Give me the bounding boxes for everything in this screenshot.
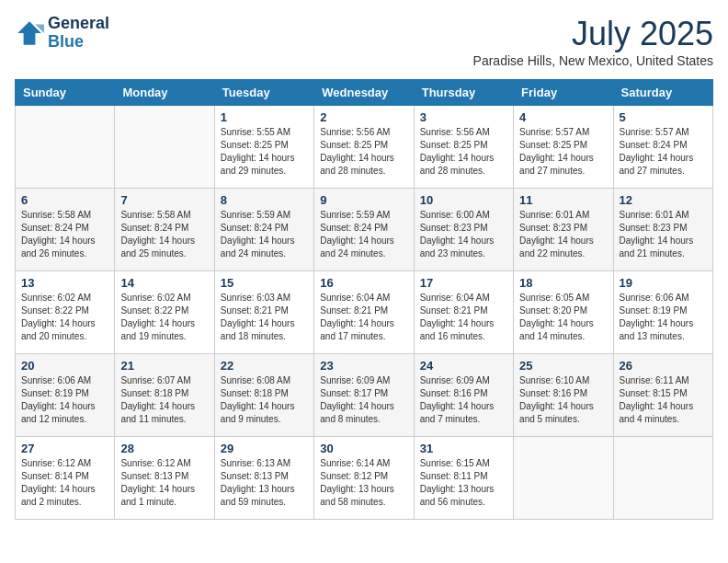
logo: GeneralBlue — [15, 15, 109, 52]
calendar-cell: 11Sunrise: 6:01 AM Sunset: 8:23 PM Dayli… — [514, 189, 613, 271]
day-info: Sunrise: 6:04 AM Sunset: 8:21 PM Dayligh… — [420, 292, 507, 343]
calendar-cell: 5Sunrise: 5:57 AM Sunset: 8:24 PM Daylig… — [613, 106, 712, 189]
day-info: Sunrise: 5:55 AM Sunset: 8:25 PM Dayligh… — [221, 126, 308, 178]
day-number: 15 — [221, 276, 308, 290]
day-info: Sunrise: 6:08 AM Sunset: 8:18 PM Dayligh… — [221, 374, 308, 426]
calendar-cell: 31Sunrise: 6:15 AM Sunset: 8:11 PM Dayli… — [414, 437, 513, 520]
calendar-cell: 10Sunrise: 6:00 AM Sunset: 8:23 PM Dayli… — [414, 189, 513, 271]
calendar-table: SundayMondayTuesdayWednesdayThursdayFrid… — [15, 79, 713, 520]
day-number: 9 — [320, 193, 407, 207]
day-info: Sunrise: 5:58 AM Sunset: 8:24 PM Dayligh… — [21, 209, 108, 260]
day-info: Sunrise: 5:57 AM Sunset: 8:24 PM Dayligh… — [620, 126, 707, 178]
header-friday: Friday — [514, 80, 613, 106]
calendar-week-1: 1Sunrise: 5:55 AM Sunset: 8:25 PM Daylig… — [16, 106, 713, 189]
header-wednesday: Wednesday — [314, 80, 414, 106]
calendar-cell: 22Sunrise: 6:08 AM Sunset: 8:18 PM Dayli… — [214, 354, 313, 437]
day-number: 1 — [221, 110, 308, 124]
day-number: 23 — [320, 359, 407, 373]
calendar-cell: 18Sunrise: 6:05 AM Sunset: 8:20 PM Dayli… — [514, 271, 613, 354]
day-info: Sunrise: 6:00 AM Sunset: 8:23 PM Dayligh… — [420, 209, 507, 260]
day-number: 18 — [519, 276, 607, 290]
calendar-cell: 26Sunrise: 6:11 AM Sunset: 8:15 PM Dayli… — [613, 354, 712, 437]
calendar-cell: 27Sunrise: 6:12 AM Sunset: 8:14 PM Dayli… — [16, 437, 115, 520]
day-number: 26 — [620, 359, 707, 373]
header-sunday: Sunday — [16, 80, 115, 106]
day-info: Sunrise: 6:05 AM Sunset: 8:20 PM Dayligh… — [519, 292, 607, 343]
day-info: Sunrise: 6:14 AM Sunset: 8:12 PM Dayligh… — [320, 457, 407, 509]
header-thursday: Thursday — [414, 80, 513, 106]
header-saturday: Saturday — [613, 80, 712, 106]
calendar-cell: 21Sunrise: 6:07 AM Sunset: 8:18 PM Dayli… — [115, 354, 214, 437]
day-info: Sunrise: 6:04 AM Sunset: 8:21 PM Dayligh… — [320, 292, 407, 343]
day-number: 29 — [221, 442, 308, 455]
day-number: 19 — [620, 276, 707, 290]
day-number: 5 — [620, 110, 707, 124]
day-number: 20 — [21, 359, 108, 373]
day-info: Sunrise: 5:56 AM Sunset: 8:25 PM Dayligh… — [420, 126, 507, 178]
day-number: 28 — [120, 442, 208, 455]
day-number: 13 — [21, 276, 108, 290]
day-info: Sunrise: 6:09 AM Sunset: 8:16 PM Dayligh… — [420, 374, 507, 426]
day-info: Sunrise: 6:06 AM Sunset: 8:19 PM Dayligh… — [21, 374, 108, 426]
logo-text: GeneralBlue — [48, 15, 109, 52]
day-number: 7 — [120, 193, 208, 207]
day-info: Sunrise: 5:59 AM Sunset: 8:24 PM Dayligh… — [320, 209, 407, 260]
calendar-cell — [613, 437, 712, 520]
day-info: Sunrise: 6:13 AM Sunset: 8:13 PM Dayligh… — [221, 457, 308, 509]
calendar-cell: 24Sunrise: 6:09 AM Sunset: 8:16 PM Dayli… — [414, 354, 513, 437]
day-number: 17 — [420, 276, 507, 290]
calendar-cell: 9Sunrise: 5:59 AM Sunset: 8:24 PM Daylig… — [314, 189, 414, 271]
day-number: 2 — [320, 110, 407, 124]
day-number: 22 — [221, 359, 308, 373]
day-info: Sunrise: 6:06 AM Sunset: 8:19 PM Dayligh… — [620, 292, 707, 343]
calendar-cell: 23Sunrise: 6:09 AM Sunset: 8:17 PM Dayli… — [314, 354, 414, 437]
day-number: 8 — [221, 193, 308, 207]
calendar-cell: 12Sunrise: 6:01 AM Sunset: 8:23 PM Dayli… — [613, 189, 712, 271]
calendar-cell: 16Sunrise: 6:04 AM Sunset: 8:21 PM Dayli… — [314, 271, 414, 354]
day-number: 25 — [519, 359, 607, 373]
day-info: Sunrise: 5:57 AM Sunset: 8:25 PM Dayligh… — [519, 126, 607, 178]
calendar-cell: 3Sunrise: 5:56 AM Sunset: 8:25 PM Daylig… — [414, 106, 513, 189]
calendar-cell: 7Sunrise: 5:58 AM Sunset: 8:24 PM Daylig… — [115, 189, 214, 271]
calendar-cell — [16, 106, 115, 189]
day-number: 4 — [519, 110, 607, 124]
day-number: 6 — [21, 193, 108, 207]
calendar-header-row: SundayMondayTuesdayWednesdayThursdayFrid… — [16, 80, 713, 106]
calendar-week-2: 6Sunrise: 5:58 AM Sunset: 8:24 PM Daylig… — [16, 189, 713, 271]
day-info: Sunrise: 6:15 AM Sunset: 8:11 PM Dayligh… — [420, 457, 507, 509]
day-number: 12 — [620, 193, 707, 207]
day-info: Sunrise: 5:56 AM Sunset: 8:25 PM Dayligh… — [320, 126, 407, 178]
calendar-cell: 29Sunrise: 6:13 AM Sunset: 8:13 PM Dayli… — [214, 437, 313, 520]
day-info: Sunrise: 6:01 AM Sunset: 8:23 PM Dayligh… — [519, 209, 607, 260]
day-info: Sunrise: 6:11 AM Sunset: 8:15 PM Dayligh… — [620, 374, 707, 426]
calendar-cell: 13Sunrise: 6:02 AM Sunset: 8:22 PM Dayli… — [16, 271, 115, 354]
calendar-cell: 8Sunrise: 5:59 AM Sunset: 8:24 PM Daylig… — [214, 189, 313, 271]
calendar-cell: 1Sunrise: 5:55 AM Sunset: 8:25 PM Daylig… — [214, 106, 313, 189]
calendar-cell: 14Sunrise: 6:02 AM Sunset: 8:22 PM Dayli… — [115, 271, 214, 354]
day-number: 14 — [120, 276, 208, 290]
day-number: 24 — [420, 359, 507, 373]
day-info: Sunrise: 6:03 AM Sunset: 8:21 PM Dayligh… — [221, 292, 308, 343]
day-info: Sunrise: 6:10 AM Sunset: 8:16 PM Dayligh… — [519, 374, 607, 426]
day-info: Sunrise: 5:59 AM Sunset: 8:24 PM Dayligh… — [221, 209, 308, 260]
calendar-week-5: 27Sunrise: 6:12 AM Sunset: 8:14 PM Dayli… — [16, 437, 713, 520]
day-number: 30 — [320, 442, 407, 455]
day-info: Sunrise: 6:02 AM Sunset: 8:22 PM Dayligh… — [120, 292, 208, 343]
day-number: 11 — [519, 193, 607, 207]
day-number: 27 — [21, 442, 108, 455]
day-number: 16 — [320, 276, 407, 290]
calendar-cell: 4Sunrise: 5:57 AM Sunset: 8:25 PM Daylig… — [514, 106, 613, 189]
day-info: Sunrise: 6:07 AM Sunset: 8:18 PM Dayligh… — [120, 374, 208, 426]
calendar-cell — [514, 437, 613, 520]
calendar-week-4: 20Sunrise: 6:06 AM Sunset: 8:19 PM Dayli… — [16, 354, 713, 437]
calendar-cell: 15Sunrise: 6:03 AM Sunset: 8:21 PM Dayli… — [214, 271, 313, 354]
day-info: Sunrise: 5:58 AM Sunset: 8:24 PM Dayligh… — [120, 209, 208, 260]
day-number: 21 — [120, 359, 208, 373]
calendar-cell: 20Sunrise: 6:06 AM Sunset: 8:19 PM Dayli… — [16, 354, 115, 437]
calendar-cell: 30Sunrise: 6:14 AM Sunset: 8:12 PM Dayli… — [314, 437, 414, 520]
calendar-week-3: 13Sunrise: 6:02 AM Sunset: 8:22 PM Dayli… — [16, 271, 713, 354]
calendar-cell: 6Sunrise: 5:58 AM Sunset: 8:24 PM Daylig… — [16, 189, 115, 271]
calendar-cell: 17Sunrise: 6:04 AM Sunset: 8:21 PM Dayli… — [414, 271, 513, 354]
title-block: July 2025 Paradise Hills, New Mexico, Un… — [473, 15, 713, 68]
day-info: Sunrise: 6:12 AM Sunset: 8:13 PM Dayligh… — [120, 457, 208, 509]
